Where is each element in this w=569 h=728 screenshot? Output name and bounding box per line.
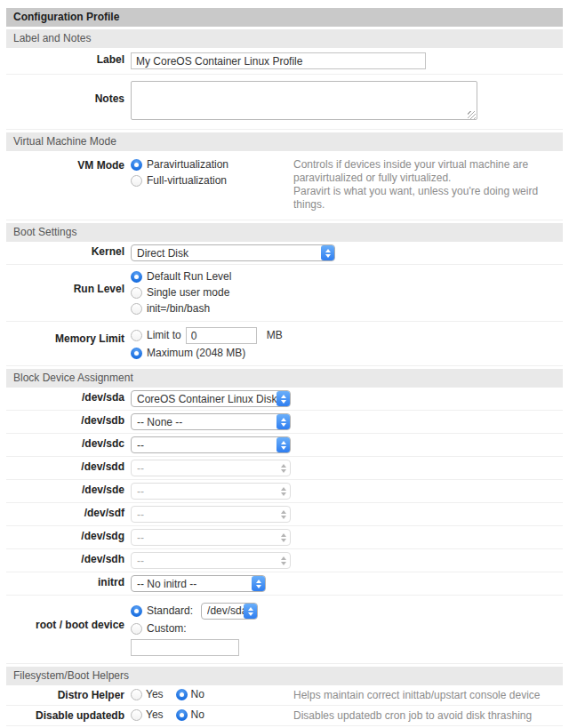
helper-label: Distro Helper <box>6 688 131 701</box>
run-level-option-label: Single user mode <box>147 286 229 300</box>
kernel-row: Kernel Direct Disk <box>6 242 563 265</box>
vm-mode-full-virtualization-radio[interactable] <box>131 175 142 187</box>
dev-sda-select[interactable]: CoreOS Container Linux Disk <box>131 390 291 407</box>
memory-limit-to-radio[interactable] <box>131 330 142 341</box>
select-stepper-icon <box>244 604 257 619</box>
dev-sdh-select[interactable]: -- <box>131 552 291 569</box>
device-label: /dev/sdh <box>6 552 131 565</box>
device-label: /dev/sda <box>6 390 131 404</box>
yes-label: Yes <box>146 708 164 721</box>
label-input[interactable] <box>131 52 426 69</box>
dev-sdd-select[interactable]: -- <box>131 460 291 476</box>
helper-help-text: Helps maintain correct inittab/upstart c… <box>293 688 563 702</box>
device-label: /dev/sde <box>6 483 131 496</box>
root-device-custom-input[interactable] <box>131 639 239 656</box>
vm-mode-label: VM Mode <box>6 157 131 172</box>
helper-help-text: Disables updatedb cron job to avoid disk… <box>293 708 563 723</box>
section-filesystem-boot-helpers: Filesystem/Boot Helpers <box>6 667 563 685</box>
block-device-row: /dev/sdb -- None -- <box>6 411 563 434</box>
run-level-row: Run Level Default Run Level Single user … <box>6 265 563 322</box>
dev-sde-select[interactable]: -- <box>131 483 291 500</box>
select-stepper-icon <box>321 245 334 260</box>
block-device-row: /dev/sdg -- <box>6 526 563 549</box>
select-stepper-icon <box>252 576 265 591</box>
device-label: /dev/sdc <box>6 436 131 450</box>
vm-mode-option-label: Paravirtualization <box>147 158 228 172</box>
helper-label: Disable updatedb <box>6 708 131 722</box>
memory-maximum-radio[interactable] <box>131 348 142 359</box>
select-stepper-icon <box>276 414 290 429</box>
disable-updatedb-no-radio[interactable] <box>176 709 188 721</box>
helper-row: Disable updatedb Yes No Disables updated… <box>6 706 563 726</box>
no-label: No <box>191 688 204 700</box>
dev-sdb-select[interactable]: -- None -- <box>131 413 291 430</box>
block-device-row: /dev/sdh -- <box>6 549 563 572</box>
page-title: Configuration Profile <box>6 8 563 27</box>
run-level-label: Run Level <box>6 269 131 295</box>
helper-row: Distro Helper Yes No Helps maintain corr… <box>6 685 563 706</box>
root-boot-device-label: root / boot device <box>6 602 131 631</box>
vm-mode-row: VM Mode Paravirtualization Full-virtuali… <box>6 151 563 220</box>
root-device-custom-radio[interactable] <box>131 623 142 635</box>
dev-sdc-select[interactable]: -- <box>131 436 291 453</box>
device-label: /dev/sdg <box>6 529 131 542</box>
kernel-label: Kernel <box>6 244 131 258</box>
select-stepper-icon <box>276 484 290 499</box>
run-level-init-bash-radio[interactable] <box>131 303 142 315</box>
vm-mode-option-label: Full-virtualization <box>147 174 227 188</box>
label-row: Label <box>6 48 563 75</box>
memory-limit-label: Memory Limit <box>6 326 131 345</box>
root-device-standard-select[interactable]: /dev/sda <box>201 603 258 620</box>
memory-limit-input[interactable] <box>186 327 257 344</box>
select-stepper-icon <box>276 391 290 406</box>
device-label: /dev/sdb <box>6 413 131 427</box>
notes-textarea[interactable] <box>131 81 477 120</box>
run-level-single-user-radio[interactable] <box>131 287 142 299</box>
section-virtual-machine-mode: Virtual Machine Mode <box>6 132 563 151</box>
distro-helper-no-radio[interactable] <box>176 689 188 700</box>
select-stepper-icon <box>276 460 290 476</box>
initrd-select[interactable]: -- No initrd -- <box>131 575 266 592</box>
block-device-row: /dev/sdc -- <box>6 434 563 457</box>
root-device-custom-label: Custom: <box>147 622 187 636</box>
run-level-option-label: init=/bin/bash <box>147 302 210 316</box>
select-stepper-icon <box>276 553 290 568</box>
disable-updatedb-yes-radio[interactable] <box>131 709 142 721</box>
initrd-row: initrd -- No initrd -- <box>6 572 563 596</box>
select-stepper-icon <box>276 507 290 522</box>
memory-limit-row: Memory Limit Limit to MB Maximum (2048 M… <box>6 322 563 366</box>
initrd-label: initrd <box>6 575 131 588</box>
block-device-row: /dev/sda CoreOS Container Linux Disk <box>6 388 563 411</box>
section-label-and-notes: Label and Notes <box>6 29 563 48</box>
root-device-standard-label: Standard: <box>147 604 193 618</box>
run-level-option-label: Default Run Level <box>147 270 231 284</box>
block-device-row: /dev/sde -- <box>6 480 563 503</box>
vm-mode-help-text: Controls if devices inside your virtual … <box>293 157 563 212</box>
memory-maximum-label: Maximum (2048 MB) <box>147 347 245 360</box>
memory-limit-to-label: Limit to <box>147 329 181 342</box>
root-boot-device-row: root / boot device Standard: /dev/sda Cu… <box>6 596 563 664</box>
memory-limit-unit: MB <box>267 329 283 342</box>
root-device-standard-radio[interactable] <box>131 605 142 617</box>
no-label: No <box>191 708 204 721</box>
section-block-device-assignment: Block Device Assignment <box>6 369 563 388</box>
configuration-profile-form: Configuration Profile Label and Notes La… <box>0 0 569 728</box>
run-level-default-radio[interactable] <box>131 271 142 283</box>
kernel-select[interactable]: Direct Disk <box>131 244 335 261</box>
yes-label: Yes <box>146 688 164 700</box>
distro-helper-yes-radio[interactable] <box>131 689 142 700</box>
notes-field-label: Notes <box>6 81 131 105</box>
device-label: /dev/sdd <box>6 460 131 473</box>
device-label: /dev/sdf <box>6 506 131 519</box>
block-device-row: /dev/sdf -- <box>6 503 563 526</box>
dev-sdg-select[interactable]: -- <box>131 529 291 546</box>
block-device-row: /dev/sdd -- <box>6 457 563 480</box>
vm-mode-paravirtualization-radio[interactable] <box>131 159 142 171</box>
label-field-label: Label <box>6 52 131 66</box>
select-stepper-icon <box>276 530 290 545</box>
notes-row: Notes <box>6 75 563 130</box>
dev-sdf-select[interactable]: -- <box>131 506 291 523</box>
select-stepper-icon <box>276 437 290 452</box>
section-boot-settings: Boot Settings <box>6 223 563 242</box>
